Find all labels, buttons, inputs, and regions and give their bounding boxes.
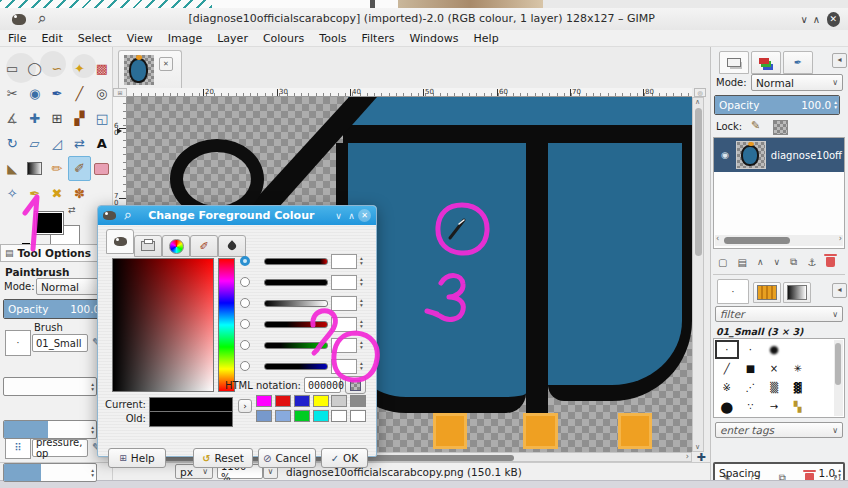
tool-paintbrush[interactable]: ✐ [68,156,90,181]
channel-spinner[interactable] [360,361,363,371]
brush-scrollbar-thumb[interactable] [835,343,841,385]
tab-brushes[interactable]: · [717,279,749,304]
layer-scrollbar-thumb[interactable] [724,237,790,244]
tool-ellipse-select[interactable]: ◯ [23,56,45,81]
new-layer-icon[interactable]: ▢ [718,257,727,268]
brush-empty[interactable] [809,340,833,359]
duplicate-layer-icon[interactable]: ⧉ [790,256,797,268]
close-button[interactable]: ✕ [827,12,840,27]
slider-spinner[interactable] [91,425,94,435]
brush-tags-dropdown[interactable]: enter tags ∨ [715,422,843,438]
scroll-right-icon[interactable]: › [839,234,842,243]
brush-hatch[interactable]: ⋰ [739,378,763,397]
raise-layer-icon[interactable]: ∧ [757,257,764,267]
image-tab-close-icon[interactable]: ✕ [159,57,173,71]
help-button[interactable]: ⊞ Help [108,448,166,468]
vertical-scrollbar[interactable]: ∧ ∨ [692,97,704,452]
brush-cross[interactable]: × [762,359,786,378]
channel-spinner[interactable] [360,298,363,308]
channel-radio-b[interactable] [240,361,250,371]
tool-bucket-fill[interactable]: ◣ [1,156,23,181]
tool-foreground-select[interactable]: ◉ [23,81,45,106]
horizontal-ruler[interactable]: 20304050607080 [127,88,692,97]
tab-paths[interactable]: ✒ [783,51,813,74]
history-swatch[interactable] [256,410,272,422]
tool-airbrush[interactable]: ✧ [1,181,23,206]
ok-button[interactable]: ✓ OK [321,448,368,468]
saturation-value-square[interactable] [112,258,214,392]
ruler-corner-button[interactable]: ⊞ [113,88,127,97]
menu-item-edit[interactable]: Edit [41,32,62,45]
delete-layer-icon[interactable] [826,257,835,267]
reset-button[interactable]: ↺ Reset [193,448,253,468]
swap-colours-icon[interactable]: ⇄ [68,205,76,215]
anchor-layer-icon[interactable]: ⚓ [807,257,816,268]
brush-dock-menu-button[interactable]: ◂ [832,283,847,298]
channel-radio-r[interactable] [240,319,250,329]
titlebar[interactable]: ⚲ [diagnose10officialscarabcopy] (import… [0,8,848,31]
tab-wheel-selector[interactable] [162,235,190,257]
layer-mode-dropdown[interactable]: Normal ∨ [751,74,843,91]
channel-track[interactable] [264,342,328,349]
channel-radio-g[interactable] [240,340,250,350]
menu-item-layer[interactable]: Layer [217,32,248,45]
tool-measure[interactable]: ∡ [1,106,23,131]
menu-item-help[interactable]: Help [474,32,499,45]
slider-aspectr[interactable] [3,420,97,439]
scroll-down-icon[interactable]: ∨ [695,443,700,451]
brush-sparkle[interactable]: ✳ [786,359,810,378]
tab-printer-selector[interactable] [134,235,162,257]
brush-arrow-stroke[interactable]: → [762,397,786,416]
menu-item-filters[interactable]: Filters [361,32,394,45]
tool-rectangle-select[interactable]: ▭ [1,56,23,81]
dynamics-preview[interactable]: ⠿ [5,436,31,459]
channel-value-box[interactable] [331,359,357,374]
layer-row-selected[interactable]: ◉ diagnose10off [714,138,844,172]
tool-eraser[interactable] [91,156,113,181]
channel-radio-v[interactable] [240,298,250,308]
layer-opacity-slider[interactable]: Opacity 100.0 [714,95,840,115]
tool-smudge[interactable]: ✽ [68,181,90,206]
channel-value-box[interactable] [331,254,357,269]
lower-layer-icon[interactable]: ∨ [774,257,781,267]
lock-paint-icon[interactable]: ✎ [751,119,760,132]
brush-texture-text[interactable]: ※ [715,378,739,397]
tab-gimp-selector[interactable] [106,229,134,254]
hue-strip[interactable] [218,258,235,392]
cancel-button[interactable]: ⊘ Cancel [258,448,316,468]
brush-name-field[interactable]: 01_Small [32,334,88,352]
menu-item-windows[interactable]: Windows [409,32,458,45]
dialog-titlebar[interactable]: ⚲ Change Foreground Colour ∨ ∧ ✕ [98,206,376,225]
new-group-icon[interactable]: ▤ [737,257,746,268]
brush-diagonal-stroke[interactable]: ╱ [715,359,739,378]
tool-free-select[interactable]: ∽ [46,56,68,81]
menu-item-colours[interactable]: Colours [263,32,304,45]
menu-item-image[interactable]: Image [168,32,202,45]
dialog-maximize-icon[interactable]: ∧ [345,211,358,221]
spacing-spinner[interactable] [838,468,841,478]
brush-dots[interactable]: ∵ [739,397,763,416]
history-swatch[interactable] [331,410,347,422]
brush-speckle-dense[interactable]: ▓ [786,378,810,397]
slider-spinner[interactable] [91,382,94,392]
menu-item-file[interactable]: File [8,32,26,45]
tool-gradient[interactable] [23,156,45,181]
maximize-button[interactable]: ∧ [810,14,822,25]
tool-ink[interactable]: ✒ [23,181,45,206]
channel-track[interactable] [264,363,328,370]
menu-item-view[interactable]: View [127,32,153,45]
tab-gradients[interactable] [783,282,811,303]
tool-scissors-select[interactable]: ✂ [1,81,23,106]
visibility-eye-icon[interactable]: ◉ [721,150,729,160]
minimize-button[interactable]: ∨ [798,14,810,25]
tab-layers[interactable] [719,51,749,74]
scroll-right-icon[interactable]: › [686,452,689,461]
channel-radio-s[interactable] [240,277,250,287]
slider-spinner[interactable] [91,468,94,478]
scroll-up-icon[interactable]: ∧ [695,98,700,106]
brush-empty[interactable] [786,340,810,359]
brush-speckle[interactable]: ▒ [762,378,786,397]
tab-brush-selector[interactable]: ✐ [190,235,218,257]
lock-alpha-icon[interactable] [773,120,788,135]
brush-fuzzy-dot[interactable]: ● [762,340,786,359]
